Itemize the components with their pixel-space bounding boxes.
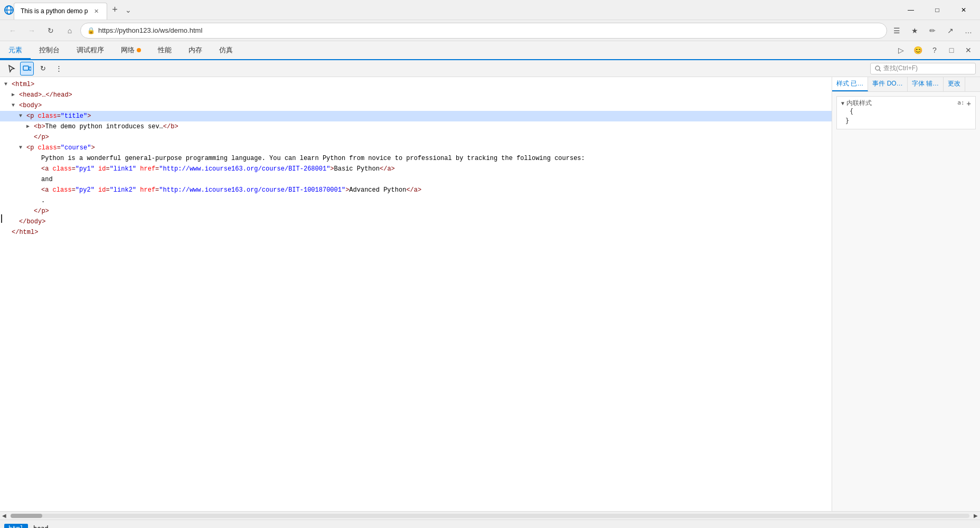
main-layout: <html> <head>…</head> <body> <p class="t… <box>0 77 980 511</box>
minimize-button[interactable]: — <box>899 2 923 18</box>
more-icon[interactable]: … <box>961 23 976 38</box>
styles-tab[interactable]: 样式 已… <box>832 77 868 91</box>
dom-text-and: and <box>41 175 53 184</box>
dom-text-dot: . <box>41 196 45 205</box>
styles-add-button[interactable]: a: <box>957 99 964 108</box>
address-bar: ← → ↻ ⌂ 🔒 https://python123.io/ws/demo.h… <box>0 20 980 41</box>
dom-close-p2: </p> <box>34 206 49 216</box>
devtools-tab-debugger[interactable]: 调试程序 <box>68 42 112 60</box>
triangle-p-course[interactable] <box>19 143 26 153</box>
back-button[interactable]: ← <box>4 22 21 39</box>
dom-row-a-py2[interactable]: <a class="py2" id="link2" href="http://w… <box>0 185 832 195</box>
devtools-tab-performance[interactable]: 性能 <box>149 42 180 60</box>
triangle-p-title[interactable] <box>19 111 26 121</box>
triangle-b[interactable] <box>26 122 34 131</box>
device-emulation-button[interactable] <box>20 62 34 76</box>
svg-rect-4 <box>29 67 31 70</box>
dom-row-head[interactable]: <head>…</head> <box>0 90 832 100</box>
dom-row-text1[interactable]: Python is a wonderful general-purpose pr… <box>0 153 832 164</box>
title-bar-left <box>4 5 14 15</box>
reload-button[interactable]: ↻ <box>42 22 59 39</box>
maximize-button[interactable]: □ <box>925 2 949 18</box>
tab-title: This is a python demo p <box>21 7 88 15</box>
breadcrumb-head[interactable]: head <box>29 524 53 529</box>
home-button[interactable]: ⌂ <box>61 22 78 39</box>
search-box[interactable]: 查找(Ctrl+F) <box>870 63 976 74</box>
url-text: https://python123.io/ws/demo.html <box>98 26 880 34</box>
scroll-left-arrow[interactable]: ◀ <box>0 512 8 520</box>
dom-row-p-title-close[interactable]: </p> <box>0 132 832 143</box>
reading-list-icon[interactable]: ✏ <box>925 23 940 38</box>
address-input[interactable]: 🔒 https://python123.io/ws/demo.html <box>80 23 887 39</box>
dom-tag-html: <html> <box>12 80 34 89</box>
devtools-tab-emulation[interactable]: 仿真 <box>211 42 241 60</box>
dom-row-html[interactable]: <html> <box>0 79 832 90</box>
open-brace: { <box>850 108 853 115</box>
dom-tag-p-title: <p class="title"> <box>26 111 91 121</box>
forward-button[interactable]: → <box>23 22 40 39</box>
network-dot <box>137 48 141 52</box>
triangle-head[interactable] <box>12 90 19 100</box>
window-controls: — □ ✕ <box>899 2 976 18</box>
dom-close-html: </html> <box>12 228 38 237</box>
tab-close-button[interactable]: ✕ <box>92 7 100 15</box>
dom-row-and[interactable]: and <box>0 174 832 185</box>
styles-section: ▼ 内联样式 a: + { } <box>832 92 980 134</box>
triangle-inline[interactable]: ▼ <box>841 100 844 106</box>
inline-styles-box: ▼ 内联样式 a: + { } <box>836 96 976 129</box>
title-bar: This is a python demo p ✕ + ⌄ — □ ✕ <box>0 0 980 20</box>
svg-line-6 <box>879 70 881 71</box>
new-tab-button[interactable]: + <box>107 3 122 17</box>
dom-row-body-close[interactable]: </body> <box>0 216 832 227</box>
favorites-icon[interactable]: ★ <box>907 23 922 38</box>
devtools-toolbar: 元素 控制台 调试程序 网络 性能 内存 仿真 ▷ 😊 ? □ ✕ <box>0 41 980 60</box>
devtools-dock-button[interactable]: □ <box>944 43 959 58</box>
bottom-bar: html head <box>0 520 980 528</box>
devtools-help-button[interactable]: ? <box>927 43 942 58</box>
right-panel-tabs: 样式 已… 事件 DO… 字体 辅… 更改 <box>832 77 980 92</box>
styles-plus-button[interactable]: + <box>967 99 971 108</box>
devtools-run-button[interactable]: ▷ <box>893 43 908 58</box>
devtools-close-button[interactable]: ✕ <box>961 43 976 58</box>
devtools-tab-console[interactable]: 控制台 <box>31 42 68 60</box>
refresh-dom-button[interactable]: ↻ <box>36 62 50 76</box>
reader-icon[interactable]: ☰ <box>889 23 904 38</box>
dom-row-body[interactable]: <body> <box>0 100 832 111</box>
breadcrumb-html[interactable]: html <box>4 524 28 529</box>
svg-point-5 <box>875 66 880 70</box>
search-icon <box>875 65 881 72</box>
devtools-tab-memory[interactable]: 内存 <box>180 42 211 60</box>
triangle-html[interactable] <box>4 80 12 89</box>
dom-row-html-close[interactable]: </html> <box>0 227 832 238</box>
browser-tab[interactable]: This is a python demo p ✕ <box>14 3 107 20</box>
address-bar-icons: ☰ ★ ✏ ↗ … <box>889 23 976 38</box>
dom-row-p-course-close[interactable]: </p> <box>0 206 832 216</box>
devtools-right-controls: ▷ 😊 ? □ ✕ <box>893 43 980 58</box>
dom-row-p-title[interactable]: <p class="title"> <box>0 111 832 121</box>
devtools-tab-network[interactable]: 网络 <box>112 42 149 60</box>
devtools-feedback-button[interactable]: 😊 <box>910 43 925 58</box>
tab-menu-button[interactable]: ⌄ <box>122 4 135 16</box>
search-placeholder: 查找(Ctrl+F) <box>883 64 918 73</box>
scroll-right-arrow[interactable]: ▶ <box>972 512 980 520</box>
changes-tab[interactable]: 更改 <box>944 77 965 91</box>
dom-row-dot[interactable]: . <box>0 195 832 206</box>
more-dom-button[interactable]: ⋮ <box>52 62 65 76</box>
share-icon[interactable]: ↗ <box>943 23 958 38</box>
right-panel: 样式 已… 事件 DO… 字体 辅… 更改 ▼ 内联样式 a: + { <box>832 77 980 511</box>
devtools-tab-elements[interactable]: 元素 <box>0 42 31 60</box>
triangle-body[interactable] <box>12 101 19 110</box>
events-tab[interactable]: 事件 DO… <box>868 77 907 91</box>
horizontal-scrollbar[interactable]: ◀ ▶ <box>0 511 980 520</box>
dom-row-b[interactable]: <b>The demo python introduces sev…</b> <box>0 121 832 132</box>
devtools-nav: 元素 控制台 调试程序 网络 性能 内存 仿真 <box>0 41 241 59</box>
scroll-track[interactable] <box>11 514 969 518</box>
dom-panel[interactable]: <html> <head>…</head> <body> <p class="t… <box>0 77 832 511</box>
dom-close-body: </body> <box>19 217 45 227</box>
dom-row-p-course[interactable]: <p class="course"> <box>0 143 832 153</box>
select-element-button[interactable] <box>4 62 18 76</box>
close-button[interactable]: ✕ <box>951 2 976 18</box>
scroll-thumb[interactable] <box>11 514 42 518</box>
fonts-tab[interactable]: 字体 辅… <box>908 77 944 91</box>
dom-row-a-py1[interactable]: <a class="py1" id="link1" href="http://w… <box>0 164 832 174</box>
